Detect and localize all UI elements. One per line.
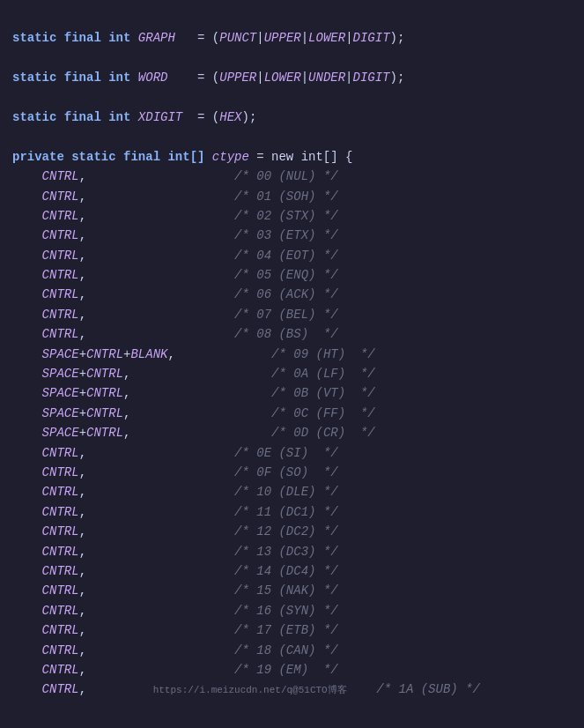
code-line xyxy=(12,48,572,68)
code-line xyxy=(12,127,572,146)
code-token: CNTRL xyxy=(42,228,79,242)
code-token xyxy=(12,604,42,618)
code-token: /* 04 (EOT) */ xyxy=(86,249,338,263)
code-token: = ( xyxy=(182,110,219,124)
code-line: CNTRL, /* 05 (ENQ) */ xyxy=(12,265,572,285)
code-line: static final int WORD = (UPPER|LOWER|UND… xyxy=(12,68,572,87)
code-token: + xyxy=(79,386,86,400)
code-token: static final int xyxy=(12,71,138,85)
code-token: , xyxy=(79,545,86,559)
code-token: private static final int[] xyxy=(12,150,212,164)
code-line: CNTRL, /* 14 (DC4) */ xyxy=(12,561,572,581)
code-line: static final int GRAPH = (PUNCT|UPPER|LO… xyxy=(12,28,572,48)
code-token: , xyxy=(167,347,174,361)
code-line: CNTRL, /* 13 (DC3) */ xyxy=(12,542,572,561)
code-token: SPACE xyxy=(42,367,79,381)
code-token: WORD xyxy=(138,71,168,85)
code-line: SPACE+CNTRL, /* 0D (CR) */ xyxy=(12,423,572,442)
code-token: | xyxy=(345,71,352,85)
code-token: /* 00 (NUL) */ xyxy=(86,169,338,183)
code-token: , xyxy=(79,327,86,341)
code-token: /* 17 (ETB) */ xyxy=(86,623,338,637)
code-token xyxy=(12,485,42,499)
code-line: CNTRL, /* 06 (ACK) */ xyxy=(12,285,572,304)
code-token: = new int[] { xyxy=(249,150,353,164)
code-token: HEX xyxy=(219,110,241,124)
code-token xyxy=(12,446,42,460)
code-token: + xyxy=(79,406,86,420)
code-token: | xyxy=(301,71,308,85)
code-token: XDIGIT xyxy=(138,110,182,124)
code-line: CNTRL, /* 19 (EM) */ xyxy=(12,660,572,680)
code-token: CNTRL xyxy=(42,327,79,341)
code-line: CNTRL, /* 04 (EOT) */ xyxy=(12,246,572,265)
code-token xyxy=(12,189,42,204)
code-token xyxy=(12,524,42,539)
code-token: , xyxy=(79,623,86,637)
code-token xyxy=(12,643,42,657)
code-token xyxy=(12,406,42,420)
code-token xyxy=(12,228,42,242)
code-token: UNDER xyxy=(308,71,345,85)
code-token: /* 01 (SOH) */ xyxy=(86,189,338,204)
code-token xyxy=(12,663,42,677)
code-container: static final int GRAPH = (PUNCT|UPPER|LO… xyxy=(12,9,572,700)
code-line: CNTRL, /* 03 (ETX) */ xyxy=(12,226,572,245)
code-token: CNTRL xyxy=(42,287,79,301)
code-token: /* 14 (DC4) */ xyxy=(86,564,338,578)
code-line: CNTRL, /* 12 (DC2) */ xyxy=(12,522,572,541)
code-token: CNTRL xyxy=(42,564,79,578)
code-line: SPACE+CNTRL+BLANK, /* 09 (HT) */ xyxy=(12,345,572,364)
code-token: CNTRL xyxy=(86,367,123,381)
code-token: /* 03 (ETX) */ xyxy=(86,228,338,242)
code-line: CNTRL, /* 0E (SI) */ xyxy=(12,443,572,463)
code-token: CNTRL xyxy=(42,209,79,223)
code-token: CNTRL xyxy=(42,249,79,263)
code-token: https://i.meizucdn.net/q@51CTO博客 xyxy=(153,685,347,695)
code-line: CNTRL, /* 07 (BEL) */ xyxy=(12,305,572,324)
code-token: static final int xyxy=(12,110,138,124)
code-token: CNTRL xyxy=(42,505,79,519)
code-token: , xyxy=(79,643,86,657)
code-token xyxy=(12,209,42,223)
code-token: , xyxy=(79,604,86,618)
code-token: , xyxy=(79,485,86,499)
code-token xyxy=(12,327,42,341)
code-token: /* 13 (DC3) */ xyxy=(86,545,338,559)
code-line: CNTRL, /* 16 (SYN) */ xyxy=(12,601,572,620)
code-token xyxy=(12,367,42,381)
code-token: CNTRL xyxy=(86,426,123,440)
code-token: CNTRL xyxy=(42,268,79,282)
code-token: CNTRL xyxy=(86,347,123,361)
code-token: , xyxy=(79,465,86,479)
code-token: static final int xyxy=(12,31,138,45)
code-token: /* 1A (SUB) */ xyxy=(347,682,480,696)
code-token: , xyxy=(79,228,86,242)
code-token: GRAPH xyxy=(138,31,175,45)
code-token: CNTRL xyxy=(42,643,79,657)
code-token xyxy=(12,583,42,598)
code-line: CNTRL, /* 08 (BS) */ xyxy=(12,324,572,344)
code-token: | xyxy=(345,31,352,45)
code-token xyxy=(12,465,42,479)
code-token: , xyxy=(79,287,86,301)
code-token: DIGIT xyxy=(353,31,390,45)
code-token: /* 10 (DLE) */ xyxy=(86,485,338,499)
code-token: CNTRL xyxy=(42,446,79,460)
code-token: UPPER xyxy=(219,71,256,85)
code-token: = ( xyxy=(167,71,219,85)
code-token: , xyxy=(79,308,86,322)
code-line: CNTRL, /* 01 (SOH) */ xyxy=(12,187,572,206)
code-line: SPACE+CNTRL, /* 0C (FF) */ xyxy=(12,404,572,423)
code-token: CNTRL xyxy=(42,682,79,696)
code-token: | xyxy=(256,71,263,85)
code-token: /* 18 (CAN) */ xyxy=(86,643,338,657)
code-token: /* 0D (CR) */ xyxy=(130,426,374,440)
code-token: SPACE xyxy=(42,347,79,361)
code-token: /* 11 (DC1) */ xyxy=(86,505,338,519)
code-line xyxy=(12,88,572,108)
code-token: , xyxy=(79,209,86,223)
code-token: /* 12 (DC2) */ xyxy=(86,524,338,539)
code-line: CNTRL, /* 17 (ETB) */ xyxy=(12,620,572,640)
code-token: , xyxy=(79,682,86,696)
